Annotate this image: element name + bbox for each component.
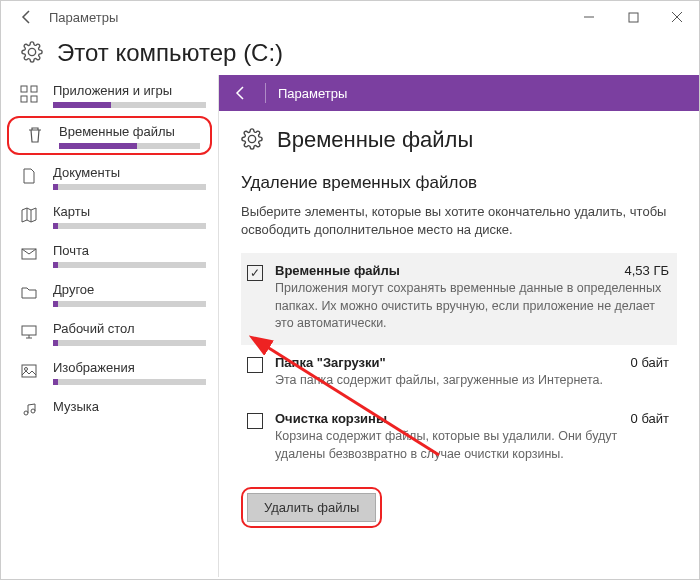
usage-bar [53, 379, 206, 385]
maximize-button[interactable] [611, 1, 655, 33]
sub-header: Параметры [219, 75, 699, 111]
sidebar-item-documents[interactable]: Документы [1, 157, 218, 196]
file-item-temp[interactable]: Временные файлы 4,53 ГБ Приложения могут… [241, 253, 677, 345]
file-item-desc: Корзина содержит файлы, которые вы удали… [275, 428, 669, 463]
usage-bar [53, 102, 206, 108]
checkbox[interactable] [247, 265, 263, 281]
sidebar-item-label: Рабочий стол [53, 321, 206, 336]
svg-rect-4 [21, 86, 27, 92]
trash-icon [25, 124, 45, 144]
file-item-recycle-bin[interactable]: Очистка корзины 0 байт Корзина содержит … [241, 401, 677, 475]
file-item-size: 4,53 ГБ [625, 263, 669, 278]
sidebar-item-label: Документы [53, 165, 206, 180]
close-button[interactable] [655, 1, 699, 33]
file-item-name: Папка "Загрузки" [275, 355, 386, 370]
sidebar: Приложения и игры Временные файлы Докуме… [1, 75, 219, 577]
svg-rect-6 [21, 96, 27, 102]
apps-icon [19, 83, 39, 103]
svg-rect-1 [629, 13, 638, 22]
svg-rect-9 [22, 326, 36, 335]
usage-bar [53, 301, 206, 307]
window-controls [567, 1, 699, 33]
document-icon [19, 165, 39, 185]
file-item-size: 0 байт [631, 411, 669, 426]
usage-bar [53, 262, 206, 268]
sidebar-item-pictures[interactable]: Изображения [1, 352, 218, 391]
sidebar-item-temp-files[interactable]: Временные файлы [7, 116, 212, 155]
divider [265, 83, 266, 103]
sidebar-item-maps[interactable]: Карты [1, 196, 218, 235]
sidebar-item-label: Временные файлы [59, 124, 200, 139]
section-description: Выберите элементы, которые вы хотите око… [241, 203, 677, 239]
delete-button-highlight: Удалить файлы [241, 487, 382, 528]
sidebar-item-desktop[interactable]: Рабочий стол [1, 313, 218, 352]
file-item-desc: Приложения могут сохранять временные дан… [275, 280, 669, 333]
window-title: Параметры [49, 10, 118, 25]
svg-rect-5 [31, 86, 37, 92]
minimize-button[interactable] [567, 1, 611, 33]
folder-icon [19, 282, 39, 302]
file-item-name: Временные файлы [275, 263, 400, 278]
checkbox[interactable] [247, 357, 263, 373]
usage-bar [59, 143, 200, 149]
section-title: Удаление временных файлов [241, 173, 677, 193]
mail-icon [19, 243, 39, 263]
sidebar-item-label: Изображения [53, 360, 206, 375]
sub-back-button[interactable] [229, 81, 253, 105]
usage-bar [53, 223, 206, 229]
svg-rect-7 [31, 96, 37, 102]
svg-point-11 [25, 368, 28, 371]
page-header: Этот компьютер (C:) [1, 33, 699, 75]
sidebar-item-music[interactable]: Музыка [1, 391, 218, 425]
gear-icon [21, 41, 43, 66]
sidebar-item-label: Другое [53, 282, 206, 297]
file-item-downloads[interactable]: Папка "Загрузки" 0 байт Эта папка содерж… [241, 345, 677, 402]
desktop-icon [19, 321, 39, 341]
sidebar-item-label: Карты [53, 204, 206, 219]
usage-bar [53, 340, 206, 346]
map-icon [19, 204, 39, 224]
sidebar-item-label: Музыка [53, 399, 206, 414]
titlebar: Параметры [1, 1, 699, 33]
sidebar-item-other[interactable]: Другое [1, 274, 218, 313]
sidebar-item-mail[interactable]: Почта [1, 235, 218, 274]
main-panel: Параметры Временные файлы Удаление време… [219, 75, 699, 577]
page-title: Этот компьютер (C:) [57, 39, 283, 67]
gear-icon [241, 128, 263, 153]
usage-bar [53, 184, 206, 190]
music-icon [19, 399, 39, 419]
main-heading: Временные файлы [241, 127, 677, 153]
file-item-desc: Эта папка содержит файлы, загруженные из… [275, 372, 669, 390]
file-item-size: 0 байт [631, 355, 669, 370]
checkbox[interactable] [247, 413, 263, 429]
back-button[interactable] [13, 3, 41, 31]
sidebar-item-apps[interactable]: Приложения и игры [1, 75, 218, 114]
svg-rect-10 [22, 365, 36, 377]
sub-header-title: Параметры [278, 86, 347, 101]
sidebar-item-label: Приложения и игры [53, 83, 206, 98]
delete-files-button[interactable]: Удалить файлы [247, 493, 376, 522]
picture-icon [19, 360, 39, 380]
file-item-name: Очистка корзины [275, 411, 387, 426]
main-heading-text: Временные файлы [277, 127, 473, 153]
sidebar-item-label: Почта [53, 243, 206, 258]
